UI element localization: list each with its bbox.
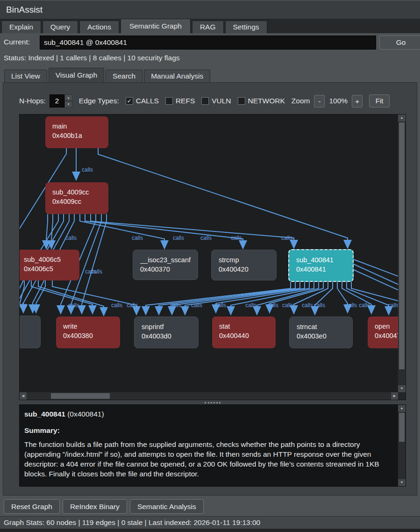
graph-node-stat[interactable]: stat 0x400440 [212, 316, 276, 348]
svg-text:calls: calls [388, 302, 399, 309]
svg-text:calls: calls [111, 302, 122, 309]
svg-text:calls: calls [127, 302, 138, 309]
graph-node-sub-4006c5[interactable]: sub_4006c5 0x4006c5 [20, 250, 79, 280]
graph-node-main[interactable]: main 0x400b1a [45, 116, 108, 148]
nhops-value[interactable]: 2 [50, 94, 64, 108]
svg-text:calls: calls [282, 302, 293, 309]
graph-hscroll-thumb[interactable] [51, 393, 110, 399]
svg-text:calls: calls [191, 302, 202, 309]
network-checkbox-icon[interactable] [238, 97, 245, 105]
graph-vertical-scrollbar[interactable]: ▲ ▼ [398, 115, 406, 392]
zoom-label: Zoom [292, 97, 310, 105]
current-function-row: Current: Go [0, 33, 420, 52]
nhops-up-icon[interactable]: ▲ [64, 94, 72, 101]
binassist-window: BinAssist Explain Query Actions Semantic… [0, 0, 420, 532]
reindex-binary-button[interactable]: ReIndex Binary [63, 499, 127, 514]
svg-text:calls: calls [65, 235, 77, 241]
graph-node-sub-4009cc[interactable]: sub_4009cc 0x4009cc [45, 182, 108, 214]
graph-node-isoc23-sscanf[interactable]: __isoc23_sscanf 0x400370 [133, 250, 198, 280]
scroll-up-icon[interactable]: ▲ [398, 115, 406, 122]
scroll-left-icon[interactable]: ◀ [20, 392, 27, 400]
checkbox-calls[interactable]: ✓ CALLS [126, 97, 159, 105]
svg-text:calls: calls [215, 302, 226, 309]
current-label: Current: [4, 38, 30, 46]
svg-text:calls: calls [267, 302, 278, 309]
svg-text:calls: calls [91, 268, 102, 275]
svg-text:calls: calls [245, 302, 256, 309]
svg-text:calls: calls [314, 302, 325, 309]
svg-text:calls: calls [346, 302, 357, 309]
current-function-input[interactable] [40, 36, 376, 50]
tab-explain[interactable]: Explain [1, 21, 41, 33]
graph-canvas[interactable]: calls calls calls calls calls calls call… [19, 114, 406, 400]
scroll-down-icon[interactable]: ▼ [398, 385, 406, 392]
main-tab-bar: Explain Query Actions Semantic Graph RAG… [0, 19, 420, 33]
scrollbar-corner [398, 392, 406, 400]
zoom-out-button[interactable]: - [314, 95, 325, 108]
go-button[interactable]: Go [379, 36, 420, 50]
details-scroll-up-icon[interactable]: ▲ [398, 405, 406, 412]
network-checkbox-label: NETWORK [248, 97, 285, 105]
nhops-down-icon[interactable]: ▼ [64, 101, 72, 108]
checkbox-vuln[interactable]: VULN [201, 97, 231, 105]
vuln-checkbox-icon[interactable] [201, 97, 209, 105]
svg-text:calls: calls [173, 235, 184, 241]
svg-text:calls: calls [132, 235, 143, 241]
bottom-strip [0, 529, 420, 532]
index-status-line: Status: Indexed | 1 callers | 8 callees … [4, 54, 180, 62]
details-function-title: sub_400841 (0x400841) [24, 409, 393, 419]
calls-checkbox-icon[interactable]: ✓ [126, 97, 133, 105]
details-vscroll-thumb[interactable] [399, 413, 405, 442]
graph-horizontal-scrollbar[interactable]: ◀ ▶ [20, 392, 398, 400]
scroll-right-icon[interactable]: ▶ [391, 392, 398, 400]
graph-node-snprintf[interactable]: snprintf 0x4003d0 [134, 316, 199, 348]
tab-rag[interactable]: RAG [192, 21, 224, 33]
graph-node-strcmp[interactable]: strcmp 0x400420 [211, 250, 277, 280]
graph-node-open[interactable]: open 0x400470 [368, 316, 399, 348]
semantic-analysis-button[interactable]: Semantic Analysis [130, 499, 204, 514]
checkbox-refs[interactable]: REFS [165, 97, 195, 105]
svg-text:calls: calls [359, 302, 370, 309]
edge-types-label: Edge Types: [79, 97, 119, 105]
graph-node-sub-400841-selected[interactable]: sub_400841 0x400841 [288, 249, 354, 282]
tab-query[interactable]: Query [43, 21, 78, 33]
details-scroll-down-icon[interactable]: ▼ [398, 479, 406, 486]
splitter-handle[interactable] [19, 401, 406, 404]
vuln-checkbox-label: VULN [212, 97, 231, 105]
zoom-in-button[interactable]: + [352, 95, 363, 108]
graph-node-strncat[interactable]: strncat 0x4003e0 [289, 316, 353, 348]
tab-actions[interactable]: Actions [79, 21, 119, 33]
zoom-value: 100% [329, 97, 348, 105]
graph-node-write[interactable]: write 0x400380 [56, 316, 120, 348]
details-vertical-scrollbar[interactable]: ▲ ▼ [398, 405, 406, 486]
view-tab-bar: List View Visual Graph Search Manual Ana… [3, 68, 210, 82]
svg-text:calls: calls [231, 235, 242, 241]
graph-node-clipped-left[interactable] [20, 316, 41, 348]
graph-viewport[interactable]: calls calls calls calls calls calls call… [20, 115, 399, 393]
details-content: sub_400841 (0x400841) Summary: The funct… [24, 405, 393, 487]
tab-manual-analysis[interactable]: Manual Analysis [144, 70, 210, 82]
graph-vscroll-thumb[interactable] [399, 122, 405, 369]
tab-visual-graph[interactable]: Visual Graph [49, 68, 104, 82]
svg-text:calls: calls [82, 166, 93, 173]
checkbox-network[interactable]: NETWORK [238, 97, 285, 105]
graph-controls: N-Hops: 2 ▲ ▼ Edge Types: ✓ CALLS REFS V… [19, 93, 390, 109]
fit-button[interactable]: Fit [369, 94, 390, 108]
tab-list-view[interactable]: List View [4, 70, 47, 82]
graph-stats-text: Graph Stats: 60 nodes | 119 edges | 0 st… [4, 518, 260, 527]
tab-search[interactable]: Search [106, 70, 142, 82]
nhops-stepper[interactable]: 2 ▲ ▼ [50, 94, 72, 108]
statusbar: Graph Stats: 60 nodes | 119 edges | 0 st… [0, 516, 420, 529]
svg-text:calls: calls [20, 302, 27, 309]
reset-graph-button[interactable]: Reset Graph [4, 499, 60, 514]
tab-semantic-graph[interactable]: Semantic Graph [121, 19, 191, 33]
tab-settings[interactable]: Settings [225, 21, 267, 33]
svg-text:calls: calls [200, 235, 212, 241]
app-title: BinAssist [6, 5, 43, 15]
splitter-dots-icon [205, 402, 221, 403]
refs-checkbox-icon[interactable] [165, 97, 173, 105]
details-label: Details: [24, 484, 393, 487]
nhops-label: N-Hops: [19, 97, 46, 105]
svg-text:calls: calls [281, 235, 292, 241]
summary-label: Summary: [24, 425, 393, 435]
